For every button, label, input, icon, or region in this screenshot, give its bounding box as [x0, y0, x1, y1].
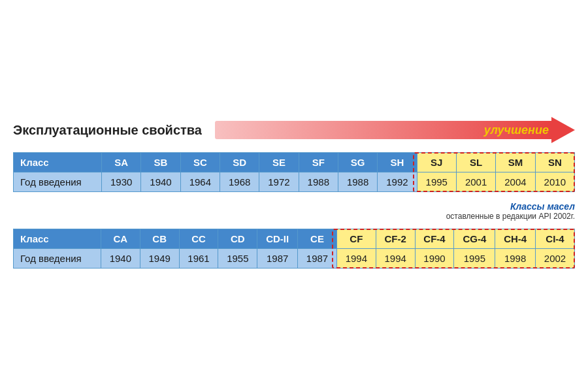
year-sc: 1964 — [180, 172, 220, 192]
col-sb: SB — [141, 153, 180, 172]
table2-data-row: Год введения 1940 1949 1961 1955 1987 19… — [14, 249, 575, 269]
year-sm: 2004 — [496, 172, 535, 192]
gradient-bar-wrap: улучшение — [215, 117, 575, 143]
table1-wrapper: Класс SA SB SC SD SE SF SG SH SJ SL SM S… — [13, 152, 575, 192]
col-sg: SG — [338, 153, 377, 172]
table2-wrapper: Класс CA CB CC CD CD-II CE CF CF-2 CF-4 … — [13, 229, 575, 269]
year-sd: 1968 — [220, 172, 259, 192]
col-cd: CD — [218, 229, 257, 249]
table1: Класс SA SB SC SD SE SF SG SH SJ SL SM S… — [13, 152, 575, 192]
col-ca: CA — [101, 229, 140, 249]
col-sh: SH — [378, 153, 417, 172]
year-cc: 1961 — [179, 249, 218, 269]
year-cf: 1994 — [336, 249, 376, 269]
col-sj: SJ — [417, 153, 456, 172]
col-sl: SL — [456, 153, 495, 172]
note-area: Классы масел оставленные в редакции API … — [13, 199, 575, 229]
col-cc: CC — [179, 229, 218, 249]
col-cf2: CF-2 — [376, 229, 415, 249]
arrow-icon — [551, 117, 575, 143]
header-row: Эксплуатационные свойства улучшение — [13, 117, 575, 143]
note-subtitle: оставленные в редакции API 2002г. — [413, 212, 575, 221]
col-cdii: CD-II — [257, 229, 298, 249]
col-cf: CF — [336, 229, 376, 249]
table2-year-header: Год введения — [14, 249, 101, 269]
col-sf: SF — [299, 153, 338, 172]
year-ce: 1987 — [298, 249, 337, 269]
col-sn: SN — [535, 153, 574, 172]
year-sf: 1988 — [299, 172, 338, 192]
year-cd: 1955 — [218, 249, 257, 269]
note-title: Классы масел — [413, 201, 575, 212]
year-cf4: 1990 — [415, 249, 454, 269]
year-cdii: 1987 — [257, 249, 298, 269]
col-sm: SM — [496, 153, 535, 172]
col-cf4: CF-4 — [415, 229, 454, 249]
year-ch4: 1998 — [495, 249, 536, 269]
year-ca: 1940 — [101, 249, 140, 269]
year-sl: 2001 — [456, 172, 495, 192]
table2-header-row: Класс CA CB CC CD CD-II CE CF CF-2 CF-4 … — [14, 229, 575, 249]
table1-header-row: Класс SA SB SC SD SE SF SG SH SJ SL SM S… — [14, 153, 575, 172]
year-se: 1972 — [259, 172, 299, 192]
col-cb: CB — [140, 229, 179, 249]
col-sa: SA — [102, 153, 141, 172]
year-ci4: 2002 — [536, 249, 575, 269]
col-sc: SC — [180, 153, 220, 172]
year-cf2: 1994 — [376, 249, 415, 269]
year-sh: 1992 — [378, 172, 417, 192]
year-sj: 1995 — [417, 172, 456, 192]
year-cg4: 1995 — [454, 249, 495, 269]
col-sd: SD — [220, 153, 259, 172]
col-cg4: CG-4 — [454, 229, 495, 249]
improvement-label: улучшение — [484, 123, 549, 137]
note-container: Классы масел оставленные в редакции API … — [413, 201, 575, 221]
year-sa: 1930 — [102, 172, 141, 192]
col-ci4: CI-4 — [536, 229, 575, 249]
year-sg: 1988 — [338, 172, 377, 192]
table2: Класс CA CB CC CD CD-II CE CF CF-2 CF-4 … — [13, 229, 575, 269]
year-sn: 2010 — [535, 172, 574, 192]
table1-data-row: Год введения 1930 1940 1964 1968 1972 19… — [14, 172, 575, 192]
year-sb: 1940 — [141, 172, 180, 192]
year-cb: 1949 — [140, 249, 179, 269]
col-ch4: CH-4 — [495, 229, 536, 249]
table2-class-header: Класс — [14, 229, 101, 249]
col-ce: CE — [298, 229, 337, 249]
table1-year-header: Год введения — [14, 172, 102, 192]
table1-class-header: Класс — [14, 153, 102, 172]
col-se: SE — [259, 153, 299, 172]
header-title: Эксплуатационные свойства — [13, 123, 202, 138]
main-container: Эксплуатационные свойства улучшение Клас… — [13, 104, 575, 288]
